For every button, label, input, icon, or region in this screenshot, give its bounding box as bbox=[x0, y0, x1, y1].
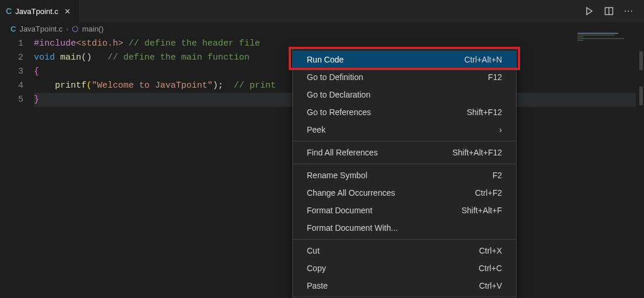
line-number: 1 bbox=[0, 37, 23, 51]
tab-filename: JavaTpoint.c bbox=[15, 7, 58, 16]
menu-peek[interactable]: Peek › bbox=[293, 121, 516, 138]
scrollbar-mark bbox=[639, 51, 643, 70]
menu-shortcut: Ctrl+C bbox=[479, 264, 502, 273]
menu-label: Go to Declaration bbox=[307, 90, 371, 99]
menu-label: Format Document bbox=[307, 206, 372, 215]
scrollbar[interactable] bbox=[636, 22, 644, 298]
menu-label: Paste bbox=[307, 281, 328, 290]
menu-cut[interactable]: Cut Ctrl+X bbox=[293, 242, 516, 259]
more-actions-icon[interactable]: ··· bbox=[624, 6, 633, 16]
editor-actions: ··· bbox=[584, 6, 644, 16]
c-file-icon: C bbox=[6, 6, 12, 16]
menu-shortcut: Ctrl+X bbox=[479, 246, 502, 255]
menu-shortcut: Shift+Alt+F bbox=[462, 206, 502, 215]
menu-label: Peek bbox=[307, 125, 326, 134]
c-file-icon: C bbox=[11, 25, 16, 33]
menu-change-all-occurrences[interactable]: Change All Occurrences Ctrl+F2 bbox=[293, 184, 516, 202]
menu-go-to-declaration[interactable]: Go to Declaration bbox=[293, 86, 516, 103]
menu-shortcut: Ctrl+F2 bbox=[475, 188, 502, 197]
menu-copy[interactable]: Copy Ctrl+C bbox=[293, 259, 516, 277]
menu-shortcut: Ctrl+V bbox=[479, 281, 502, 290]
menu-format-document-with[interactable]: Format Document With... bbox=[293, 219, 516, 237]
menu-shortcut: Shift+F12 bbox=[467, 108, 502, 117]
breadcrumb[interactable]: C JavaTpoint.c › ⬡ main() bbox=[0, 22, 644, 36]
close-icon[interactable]: ✕ bbox=[62, 6, 73, 17]
tab-active[interactable]: C JavaTpoint.c ✕ bbox=[0, 0, 79, 22]
menu-label: Find All References bbox=[307, 148, 378, 157]
menu-label: Format Document With... bbox=[307, 223, 398, 233]
breadcrumb-symbol: main() bbox=[82, 25, 103, 33]
chevron-right-icon: › bbox=[499, 125, 502, 134]
menu-shortcut: F12 bbox=[488, 72, 502, 82]
menu-shortcut: Ctrl+Alt+N bbox=[464, 55, 502, 64]
menu-paste[interactable]: Paste Ctrl+V bbox=[293, 277, 516, 294]
menu-label: Copy bbox=[307, 264, 326, 273]
menu-shortcut: F2 bbox=[493, 171, 502, 180]
minimap[interactable] bbox=[577, 33, 636, 68]
menu-separator bbox=[293, 141, 516, 141]
scrollbar-mark bbox=[639, 86, 643, 105]
menu-format-document[interactable]: Format Document Shift+Alt+F bbox=[293, 202, 516, 219]
menu-label: Go to References bbox=[307, 108, 371, 117]
line-number: 5 bbox=[0, 93, 23, 107]
menu-go-to-definition[interactable]: Go to Definition F12 bbox=[293, 68, 516, 86]
split-editor-icon[interactable] bbox=[604, 6, 614, 16]
context-menu: Run Code Ctrl+Alt+N Go to Definition F12… bbox=[292, 48, 517, 297]
menu-rename-symbol[interactable]: Rename Symbol F2 bbox=[293, 167, 516, 184]
tab-bar: C JavaTpoint.c ✕ ··· bbox=[0, 0, 644, 22]
menu-separator bbox=[293, 164, 516, 164]
line-number: 3 bbox=[0, 65, 23, 79]
symbol-icon: ⬡ bbox=[72, 25, 78, 33]
menu-go-to-references[interactable]: Go to References Shift+F12 bbox=[293, 103, 516, 121]
run-icon[interactable] bbox=[584, 6, 594, 16]
menu-run-code[interactable]: Run Code Ctrl+Alt+N bbox=[293, 51, 516, 68]
breadcrumb-file: JavaTpoint.c bbox=[19, 25, 63, 33]
menu-label: Cut bbox=[307, 246, 320, 255]
menu-separator bbox=[293, 239, 516, 240]
menu-label: Rename Symbol bbox=[307, 171, 368, 180]
line-number: 4 bbox=[0, 79, 23, 93]
menu-label: Change All Occurrences bbox=[307, 188, 395, 197]
menu-label: Go to Definition bbox=[307, 72, 363, 82]
line-number: 2 bbox=[0, 51, 23, 65]
chevron-right-icon: › bbox=[66, 25, 68, 33]
menu-label: Run Code bbox=[307, 55, 344, 64]
menu-find-all-references[interactable]: Find All References Shift+Alt+F12 bbox=[293, 144, 516, 161]
line-gutter: 1 2 3 4 5 bbox=[0, 37, 34, 107]
menu-shortcut: Shift+Alt+F12 bbox=[452, 148, 502, 157]
